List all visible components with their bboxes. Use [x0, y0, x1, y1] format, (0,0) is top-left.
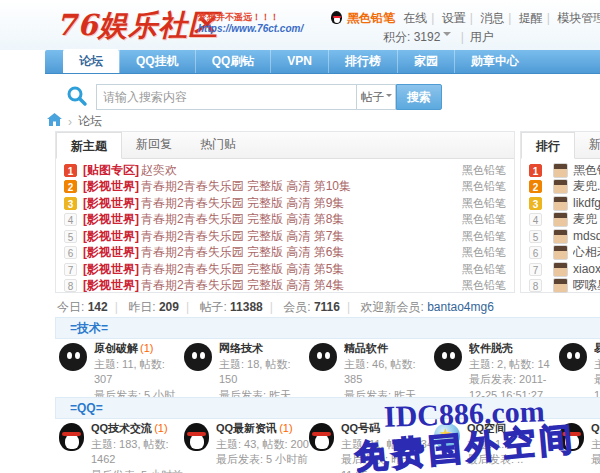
main-nav: 论坛 QQ挂机 QQ刷钻 VPN 排行榜 家园 勋章中心: [45, 50, 600, 74]
breadcrumb: › 论坛: [47, 113, 102, 130]
thread-category[interactable]: [影视世界]: [83, 179, 139, 196]
tab-new-replies[interactable]: 新回复: [122, 131, 186, 158]
breadcrumb-forum[interactable]: 论坛: [78, 113, 102, 130]
nav-tab-ranking[interactable]: 排行榜: [328, 49, 397, 73]
usergroup-label[interactable]: 用户: [470, 30, 494, 44]
search-bar: 帖子 搜索: [66, 84, 442, 110]
avatar: [553, 245, 568, 260]
member-row: 8啰嗦星: [529, 278, 600, 295]
tab-hot-posts[interactable]: 热门贴: [186, 131, 250, 158]
thread-row: 8[影视世界]青春期2青春失乐园 完整版 高清 第4集黑色铅笔: [64, 278, 506, 295]
thread-author[interactable]: 黑色铅笔: [454, 278, 506, 293]
member-name[interactable]: likdfgs: [573, 196, 600, 210]
nav-tab-home[interactable]: 家园: [397, 49, 454, 73]
member-name[interactable]: 心相若则不弃: [573, 244, 600, 261]
member-name[interactable]: 啰嗦星: [573, 277, 600, 294]
member-name[interactable]: mdsq: [573, 229, 600, 243]
forum-last-post: 最后发表: 5 小时前: [216, 452, 309, 468]
forum-stats: 主题: 4..: [591, 437, 600, 453]
search-scope-select[interactable]: 帖子: [356, 84, 396, 110]
forum-stats: 主题: 18, 帖数: 150: [219, 357, 309, 388]
thread-author[interactable]: 黑色铅笔: [454, 245, 506, 260]
tab-ranking[interactable]: 排行: [521, 132, 575, 159]
forum-stats: 主题: 11, 帖数: 134: [341, 437, 434, 453]
forum-stats-bar: 今日: 142| 昨日: 209| 帖子: 11388| 会员: 7116| 欢…: [57, 299, 494, 316]
member-list: 1黑色铅笔 2麦兜...小峰 3likdfgs 4麦兜丶_A姐 5mdsq 6心…: [521, 159, 600, 294]
qq-penguin-icon: [309, 423, 334, 451]
rank-badge: 8: [529, 279, 542, 292]
user-link-reminders[interactable]: 提醒: [519, 11, 543, 25]
section-header-tech[interactable]: =技术=: [55, 317, 600, 339]
user-link-messages[interactable]: 消息: [480, 11, 504, 25]
member-row: 1黑色铅笔: [529, 162, 600, 179]
forum-card-qqkongjian[interactable]: QQ空间 主题: 1.. 最后发表: ..: [434, 421, 559, 473]
member-row: 3likdfgs: [529, 195, 600, 212]
new-post-count: (1): [279, 422, 292, 434]
thread-title[interactable]: 赵奕欢: [141, 162, 177, 179]
thread-title[interactable]: 青春期2青春失乐园 完整版 高清 第9集: [141, 195, 344, 212]
thread-row: 2[影视世界]青春期2青春失乐园 完整版 高清 第10集黑色铅笔: [64, 179, 506, 196]
home-icon[interactable]: [47, 113, 62, 130]
section-header-qq[interactable]: =QQ=: [55, 397, 600, 419]
user-link-online[interactable]: 在线: [403, 11, 427, 25]
thread-author[interactable]: 黑色铅笔: [454, 229, 506, 244]
thread-title[interactable]: 青春期2青春失乐园 完整版 高清 第5集: [141, 261, 344, 278]
nav-tab-forum[interactable]: 论坛: [63, 49, 119, 73]
thread-title[interactable]: 青春期2青春失乐园 完整版 高清 第6集: [141, 245, 344, 262]
username-link[interactable]: 黑色铅笔: [347, 11, 395, 25]
stat-members-value: 7116: [314, 300, 340, 314]
nav-tab-qq-diamond[interactable]: QQ刷钻: [195, 49, 271, 73]
thread-category[interactable]: [影视世界]: [83, 278, 139, 295]
search-input[interactable]: [96, 84, 356, 110]
thread-title[interactable]: 青春期2青春失乐园 完整版 高清 第7集: [141, 228, 344, 245]
thread-title[interactable]: 青春期2青春失乐园 完整版 高清 第10集: [141, 179, 351, 196]
logo-url[interactable]: https://www.76ct.com/: [198, 23, 348, 34]
thread-row: 6[影视世界]青春期2青春失乐园 完整版 高清 第6集黑色铅笔: [64, 245, 506, 262]
thread-category[interactable]: [影视世界]: [83, 261, 139, 278]
thread-author[interactable]: 黑色铅笔: [454, 196, 506, 211]
thread-author[interactable]: 黑色铅笔: [454, 163, 506, 178]
forum-card-qqhaoma[interactable]: QQ号码 主题: 11, 帖数: 134 最后发表: 昨天 11:05: [309, 421, 434, 473]
qq-penguin-icon: [184, 423, 209, 451]
forum-card-qqtubiao[interactable]: QQ图标 主题: 4.. 最后发表: 22:38:0..: [559, 421, 600, 473]
thread-author[interactable]: 黑色铅笔: [454, 179, 506, 194]
thread-title[interactable]: 青春期2青春失乐园 完整版 高清 第8集: [141, 212, 344, 229]
stat-posts-label: 帖子:: [199, 300, 226, 314]
thread-category[interactable]: [影视世界]: [83, 212, 139, 229]
thread-category[interactable]: [贴图专区]: [83, 162, 139, 179]
rank-badge: 8: [64, 279, 77, 292]
rank-badge: 2: [529, 180, 542, 193]
member-row: 5mdsq: [529, 228, 600, 245]
forum-card-qqzuixinzixun[interactable]: QQ最新资讯(1) 主题: 43, 帖数: 200 最后发表: 5 小时前: [184, 421, 309, 473]
site-logo[interactable]: 76娱乐社区: [56, 6, 218, 46]
nav-tab-qq-hangup[interactable]: QQ挂机: [119, 49, 195, 73]
thread-title[interactable]: 青春期2青春失乐园 完整版 高清 第4集: [141, 278, 344, 295]
search-button[interactable]: 搜索: [396, 84, 442, 110]
new-post-count: (1): [154, 422, 167, 434]
thread-category[interactable]: [影视世界]: [83, 228, 139, 245]
member-name[interactable]: 黑色铅笔: [573, 162, 600, 179]
nav-tab-medal-center[interactable]: 勋章中心: [454, 49, 535, 73]
user-link-module-admin[interactable]: 模块管理: [557, 11, 600, 25]
latest-threads-panel: 新主题 新回复 热门贴 1[贴图专区]赵奕欢黑色铅笔 2[影视世界]青春期2青春…: [55, 131, 515, 293]
thread-author[interactable]: 黑色铅笔: [454, 262, 506, 277]
thread-author[interactable]: 黑色铅笔: [454, 212, 506, 227]
tab-new-threads[interactable]: 新主题: [56, 132, 122, 159]
thread-category[interactable]: [影视世界]: [83, 195, 139, 212]
nav-tab-vpn[interactable]: VPN: [270, 49, 328, 73]
forum-card-qqjishujiaoliu[interactable]: QQ技术交流(1) 主题: 183, 帖数: 1462 最后发表: 5 小时前: [59, 421, 184, 473]
credits-dropdown[interactable]: 积分: 3192: [383, 30, 440, 44]
tab-new-members[interactable]: 新会员: [575, 131, 600, 158]
stat-today-label: 今日:: [57, 300, 84, 314]
search-icon: [66, 85, 88, 110]
member-name[interactable]: 麦兜...小峰: [573, 178, 600, 195]
user-toolbar: 黑色铅笔 在线| 设置| 消息| 提醒| 模块管理| 管理中心: [331, 10, 600, 27]
member-name[interactable]: xiaoxing123: [573, 262, 600, 276]
newest-member-link[interactable]: bantao4mg6: [427, 300, 494, 314]
thread-category[interactable]: [影视世界]: [83, 245, 139, 262]
welcome-label: 欢迎新会员:: [360, 300, 423, 314]
forum-stats: 主题: 1..: [594, 357, 600, 373]
breadcrumb-separator: ›: [68, 115, 72, 129]
user-link-settings[interactable]: 设置: [442, 11, 466, 25]
member-name[interactable]: 麦兜丶_A姐: [573, 211, 600, 228]
